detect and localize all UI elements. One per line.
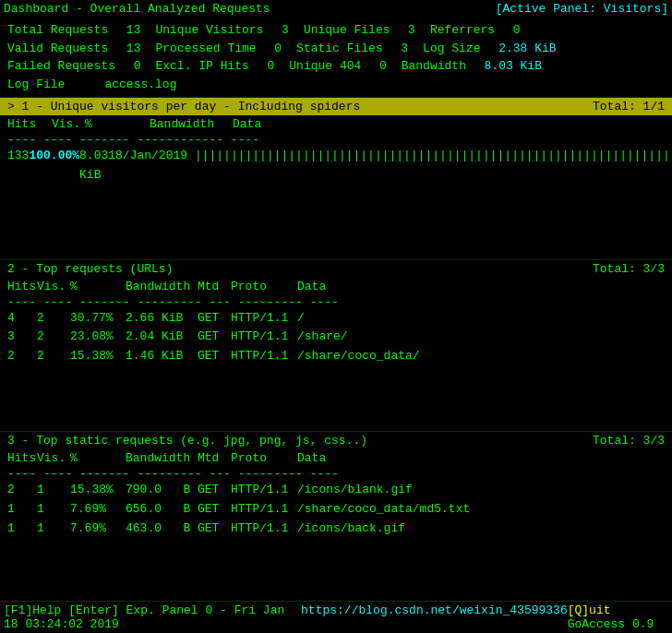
header-bar: Dashboard - Overall Analyzed Requests [A… [0,0,672,18]
footer-left-text: [F1]Help [Enter] Exp. Panel 0 - Fri Jan … [4,603,301,631]
stat-static-files-value: 3 [401,40,408,58]
panel2-sep: ---- ---- ------- --------- --- --------… [0,295,672,309]
p3-r3-hits: 1 [7,520,37,539]
stat-unique-visitors: Unique Visitors 3 [155,21,288,40]
p1-row1-hits: 13 [7,147,22,166]
panel3-data-rows: 2 1 15.38% 790.0 B GET HTTP/1.1 /icons/b… [0,481,672,538]
table-row: 3 2 23.08% 2.04 KiB GET HTTP/1.1 /share/ [7,328,665,347]
stat-excl-ip-hits-value: 0 [267,57,274,76]
p1-row1-pct: 100.00% [29,147,79,166]
panel1-header: > 1 - Unique visitors per day - Includin… [0,98,672,115]
p2-r1-hits: 4 [7,309,37,328]
panel1-title: > 1 - Unique visitors per day - Includin… [7,100,360,113]
p3-r2-data: /share/coco_data/md5.txt [297,500,470,520]
p3-r3-mtd: GET [198,520,231,539]
col2-bw: Bandwidth [126,280,198,293]
active-panel-label: [Active Panel: Visitors] [496,2,668,16]
spacer2 [0,366,672,431]
footer-right-text: [Q]uit GoAccess 0.9 [568,603,668,631]
stats-row-3: Failed Requests 0 Excl. IP Hits 0 Unique… [7,57,665,76]
stat-log-size-value: 2.38 KiB [498,40,556,58]
col3-data: Data [297,451,326,465]
stat-unique-files: Unique Files 3 [304,21,415,40]
col2-hits: Hits [7,280,37,293]
stat-log-size: Log Size 2.38 KiB [423,40,556,58]
col2-mtd: Mtd [198,280,231,293]
panel2-total: Total: 3/3 [593,262,665,276]
footer-version: GoAccess 0.9 [568,617,654,631]
stat-excl-ip-hits: Excl. IP Hits 0 [155,57,274,76]
stat-unique-visitors-label: Unique Visitors [155,21,278,40]
footer-url: https://blog.csdn.net/weixin_43599336 [301,603,568,631]
col-pct-1: % [85,117,150,131]
p3-r1-mtd: GET [198,481,231,500]
stat-log-file-label: Log File [7,76,101,94]
p2-r1-vis: 2 [37,309,70,328]
panel1-sep: ---- ---- ------- ------------ ---- [0,133,672,147]
p2-r3-data: /share/coco_data/ [297,347,420,366]
stat-bandwidth-value: 8.03 KiB [485,57,542,76]
stat-log-size-label: Log Size [423,40,495,58]
p1-row1-bw: 8.03 KiB [79,147,108,185]
p2-r1-pct: 30.77% [70,309,126,328]
panel3-col-headers: Hits Vis. % Bandwidth Mtd Proto Data [0,449,672,467]
stat-valid-requests-label: Valid Requests [7,40,123,58]
panel1-total: Total: 1/1 [593,100,665,113]
col3-bw: Bandwidth [126,451,198,465]
p2-r2-mtd: GET [198,328,231,347]
p3-r3-bw: 463.0 B [126,520,198,539]
stat-total-requests-value: 13 [126,21,141,40]
table-row: 4 2 30.77% 2.66 KiB GET HTTP/1.1 / [7,309,665,328]
stats-row-2: Valid Requests 13 Processed Time 0 Stati… [7,40,665,58]
stat-static-files-label: Static Files [296,40,397,58]
p2-r2-pct: 23.08% [70,328,126,347]
dashboard-title: Dashboard - Overall Analyzed Requests [4,2,270,16]
stat-unique-visitors-value: 3 [282,21,289,40]
stats-row-1: Total Requests 13 Unique Visitors 3 Uniq… [7,21,665,40]
p3-r2-hits: 1 [7,500,37,520]
p1-row1-bar: ||||||||||||||||||||||||||||||||||||||||… [195,147,672,166]
p3-r2-mtd: GET [198,500,231,520]
stat-log-file: Log File access.log [7,76,176,94]
stat-unique-files-label: Unique Files [304,21,404,40]
stats-row-4: Log File access.log [7,76,665,94]
p2-r1-data: / [297,309,305,328]
stat-referrers: Referrers 0 [430,21,521,40]
stat-processed-time-value: 0 [274,40,282,58]
p2-r3-proto: HTTP/1.1 [231,347,297,366]
stat-bandwidth-label: Bandwidth [402,57,481,76]
p3-r2-vis: 1 [37,500,70,520]
p2-r1-mtd: GET [198,309,231,328]
panel2-col-headers: Hits Vis. % Bandwidth Mtd Proto Data [0,278,672,295]
p2-r2-vis: 2 [37,328,70,347]
col-vis-1: Vis. [52,117,85,131]
panel2-title: 2 - Top requests (URLs) [7,262,173,276]
p3-r2-bw: 656.0 B [126,500,198,520]
stat-bandwidth: Bandwidth 8.03 KiB [402,57,542,76]
col2-data: Data [297,280,326,293]
stat-unique-404: Unique 404 0 [289,57,386,76]
stat-referrers-value: 0 [513,21,521,40]
p1-row1-vis: 3 [22,147,30,166]
panel3-title: 3 - Top static requests (e.g. jpg, png, … [7,434,367,448]
col-data-1: Data [233,117,261,131]
p3-r1-data: /icons/blank.gif [297,481,413,500]
p3-r3-data: /icons/back.gif [297,520,405,539]
footer-bar: [F1]Help [Enter] Exp. Panel 0 - Fri Jan … [0,601,672,633]
stat-valid-requests-value: 13 [126,40,141,58]
col3-proto: Proto [231,451,297,465]
col3-mtd: Mtd [198,451,231,465]
stat-referrers-label: Referrers [430,21,510,40]
p3-r1-bw: 790.0 B [126,481,198,500]
p3-r3-proto: HTTP/1.1 [231,520,297,539]
panel2-header: 2 - Top requests (URLs) Total: 3/3 [0,259,672,278]
stat-unique-files-value: 3 [408,21,415,40]
stat-processed-time-label: Processed Time [155,40,270,58]
stat-failed-requests: Failed Requests 0 [7,57,140,76]
panel3: 3 - Top static requests (e.g. jpg, png, … [0,431,672,538]
p3-r1-hits: 2 [7,481,37,500]
panel2: 2 - Top requests (URLs) Total: 3/3 Hits … [0,259,672,366]
p2-r3-mtd: GET [198,347,231,366]
p2-r3-pct: 15.38% [70,347,126,366]
panel3-header: 3 - Top static requests (e.g. jpg, png, … [0,431,672,449]
